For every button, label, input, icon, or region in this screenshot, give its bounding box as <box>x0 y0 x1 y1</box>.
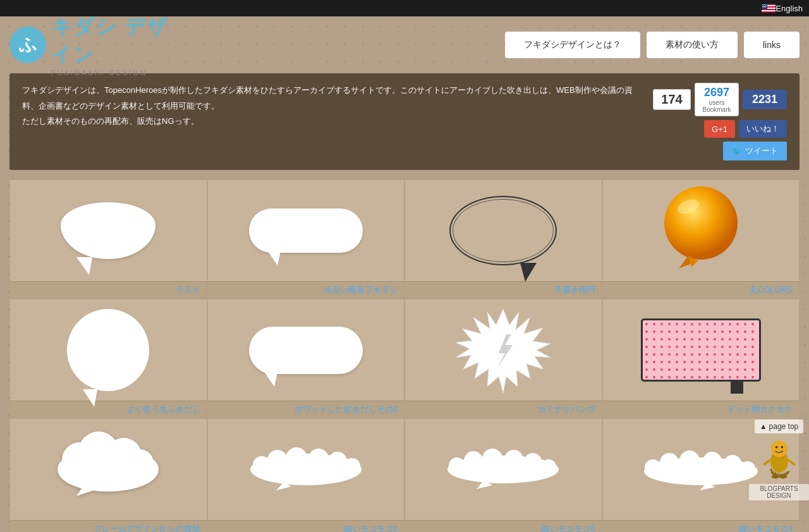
grid-label-11: ♪ ♩細いモコモコ5 <box>405 520 602 532</box>
gplus-button[interactable]: G+1 <box>704 120 735 138</box>
svg-point-69 <box>771 475 779 479</box>
bubble-preview-6 <box>208 299 404 401</box>
flag-icon <box>762 4 776 13</box>
svg-point-51 <box>504 450 523 469</box>
logo-kana: キダシ デザイン <box>51 13 180 69</box>
thin-cloud-bubble-4 <box>638 447 764 492</box>
grid-item-7[interactable]: ♪ ♩カミナリバング <box>404 299 602 418</box>
svg-line-68 <box>788 460 794 464</box>
mascot-figure <box>757 437 801 481</box>
bubble-round-big <box>67 309 149 391</box>
bubble-ellipse <box>449 196 557 265</box>
logo-circle: ふ <box>9 27 46 63</box>
svg-point-27 <box>664 186 738 260</box>
cloud-bubble-svg <box>51 425 165 501</box>
tweet-button[interactable]: 🐦 ツイート <box>723 142 787 160</box>
grid-item-3[interactable]: ♪ ♩手書き楕円 <box>404 179 602 299</box>
nav-links[interactable]: links <box>744 32 800 58</box>
grid-item-9[interactable]: ♪ ♩フレームデザインからの移植 <box>9 418 207 532</box>
side-panel: ▲ page top BLOGPARTS DESIGN <box>749 420 809 500</box>
svg-rect-6 <box>762 10 776 11</box>
svg-point-57 <box>660 453 679 472</box>
grid-label-4: ♪ ♩丸COLORS <box>603 281 800 298</box>
navigation: フキダシデザインとは？ 素材の使い方 links <box>505 32 800 58</box>
page-top-label: page top <box>769 422 799 431</box>
info-para1: フキダシデザインは、TopeconHeroesが制作したフキダシ素材をひたすらア… <box>22 83 640 114</box>
grid-item-2[interactable]: ♪ ♩ゆるい横長フキダシ <box>207 179 405 299</box>
svg-point-59 <box>703 452 722 471</box>
bubble-preview-5 <box>10 299 207 401</box>
bubble-preview-1 <box>10 180 207 281</box>
grid-item-10[interactable]: ♪ ♩細いモコモコ6 <box>207 418 405 532</box>
svg-point-12 <box>765 4 766 5</box>
svg-point-53 <box>541 459 556 475</box>
bubble-classic <box>61 202 155 259</box>
grid-label-7: ♪ ♩カミナリバング <box>405 401 602 418</box>
svg-point-9 <box>762 4 763 5</box>
bubble-dotted-rect <box>641 318 761 382</box>
nav-usage[interactable]: 素材の使い方 <box>647 32 738 58</box>
svg-point-17 <box>766 5 767 6</box>
grid-item-4[interactable]: ♪ ♩丸COLORS <box>602 179 800 299</box>
bubble-preview-11 <box>405 419 602 520</box>
grid-label-9: ♪ ♩フレームデザインからの移植 <box>10 520 207 532</box>
thin-cloud-bubble-5 <box>443 447 563 492</box>
grid-item-8[interactable]: ♪ ♩ドット柄カクカク <box>602 299 800 418</box>
info-para2: ただし素材そのものの再配布、販売はNGっす。 <box>22 114 640 130</box>
speech-bubble-grid: ♪ ♩ラスト ♪ ♩ゆるい横長フキダシ ♪ ♩手書き楕円 <box>9 179 800 532</box>
grid-item-1[interactable]: ♪ ♩ラスト <box>9 179 207 299</box>
bubble-ellipse-inner <box>453 199 554 262</box>
svg-point-20 <box>764 6 765 7</box>
svg-point-45 <box>344 458 360 475</box>
grid-label-6: ♪ ♩ボワットした吹きだしその2 <box>208 401 404 418</box>
svg-point-65 <box>775 446 777 449</box>
svg-point-37 <box>126 449 154 477</box>
svg-point-41 <box>267 450 288 470</box>
grid-item-5[interactable]: ♪ ♩よく使う丸ふきだし <box>9 299 207 418</box>
site-count: 174 <box>653 89 691 110</box>
grid-label-2: ♪ ♩ゆるい横長フキダシ <box>208 281 404 298</box>
social-row1: 174 2697 usersBookmark 2231 <box>653 83 787 116</box>
grid-item-6[interactable]: ♪ ♩ボワットした吹きだしその2 <box>207 299 405 418</box>
svg-point-42 <box>286 447 307 469</box>
svg-point-25 <box>765 7 765 8</box>
lang-label[interactable]: English <box>776 4 803 13</box>
fb-like-button[interactable]: いいね！ <box>739 120 787 138</box>
svg-point-70 <box>779 475 787 479</box>
svg-point-16 <box>765 5 765 6</box>
svg-point-66 <box>781 446 783 449</box>
svg-line-67 <box>764 460 770 464</box>
svg-point-23 <box>763 7 763 8</box>
svg-point-26 <box>766 7 767 8</box>
svg-point-11 <box>764 4 765 5</box>
social-panel: 174 2697 usersBookmark 2231 G+1 いいね！ 🐦 ツ… <box>653 83 787 160</box>
twitter-icon: 🐦 <box>732 147 742 156</box>
social-row2: G+1 いいね！ <box>704 120 787 138</box>
bubble-preview-3 <box>405 180 602 281</box>
thin-cloud-bubble-6 <box>246 447 366 492</box>
bookmark-count: 2697 <box>704 86 729 99</box>
nav-about[interactable]: フキダシデザインとは？ <box>505 32 640 58</box>
bubble-preview-8 <box>603 299 800 401</box>
grid-item-11[interactable]: ♪ ♩細いモコモコ5 <box>404 418 602 532</box>
svg-point-10 <box>763 4 764 5</box>
logo[interactable]: ふ キダシ デザイン FUKIDASHI DESIGN <box>9 23 180 67</box>
like-box: 2231 <box>743 90 787 109</box>
svg-point-64 <box>770 440 787 457</box>
svg-point-43 <box>308 449 329 469</box>
page-top-link[interactable]: ▲ page top <box>755 420 804 433</box>
svg-point-60 <box>724 455 741 473</box>
svg-point-48 <box>449 457 465 474</box>
svg-point-15 <box>764 5 765 6</box>
svg-point-56 <box>645 459 661 476</box>
orange-bubble-svg <box>660 186 742 275</box>
header: ふ キダシ デザイン FUKIDASHI DESIGN フキダシデザインとは？ … <box>0 16 809 73</box>
logo-text: キダシ デザイン FUKIDASHI DESIGN <box>51 13 180 76</box>
bookmark-label: usersBookmark <box>700 99 733 113</box>
svg-rect-5 <box>762 9 776 10</box>
grid-label-12: ♪ ♩細いモコモコ4 <box>603 520 800 532</box>
info-section: フキダシデザインは、TopeconHeroesが制作したフキダシ素材をひたすらア… <box>9 73 800 170</box>
svg-point-21 <box>765 6 766 7</box>
bubble-wide <box>249 209 363 253</box>
svg-point-22 <box>766 6 767 7</box>
